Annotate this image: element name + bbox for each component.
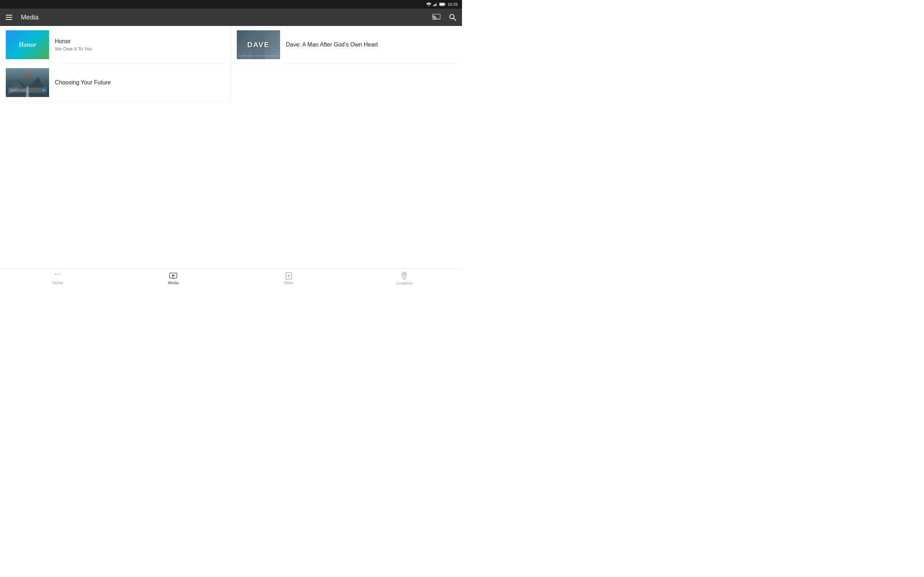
svg-rect-2 bbox=[434, 4, 435, 6]
svg-point-30 bbox=[404, 274, 405, 276]
honor-title: Honor bbox=[55, 38, 92, 45]
bible-icon bbox=[285, 272, 292, 279]
svg-rect-1 bbox=[433, 5, 434, 6]
main-content: Honor Honor We Owe It To You bbox=[0, 26, 462, 268]
cyf-thumbnail: choosing your future... bbox=[6, 68, 49, 97]
dave-text-block: Dave: A Man After God’s Own Heart bbox=[286, 42, 378, 48]
svg-rect-6 bbox=[445, 4, 446, 5]
svg-rect-4 bbox=[436, 3, 437, 6]
status-icons: 10:26 bbox=[426, 2, 458, 6]
svg-rect-3 bbox=[435, 3, 436, 6]
svg-point-16 bbox=[43, 89, 44, 90]
nav-item-media[interactable]: Media bbox=[115, 270, 231, 287]
signal-icon bbox=[433, 3, 438, 6]
left-column: Honor Honor We Owe It To You bbox=[0, 26, 231, 102]
dave-label: DAVE bbox=[247, 41, 270, 49]
svg-marker-15 bbox=[27, 75, 29, 77]
dave-title: Dave: A Man After God’s Own Heart bbox=[286, 42, 378, 48]
search-icon bbox=[449, 14, 456, 21]
svg-point-20 bbox=[55, 274, 56, 275]
honor-text-block: Honor We Owe It To You bbox=[55, 38, 92, 52]
wifi-icon bbox=[426, 3, 431, 6]
bible-label: Bible bbox=[284, 280, 293, 285]
cast-button[interactable] bbox=[431, 13, 442, 22]
home-label: Home bbox=[52, 280, 63, 285]
cyf-title: Choosing Your Future bbox=[55, 79, 111, 86]
locations-icon bbox=[401, 272, 407, 280]
app-bar-actions bbox=[431, 12, 458, 23]
battery-icon bbox=[439, 3, 446, 6]
status-time: 10:26 bbox=[447, 2, 458, 6]
nav-item-locations[interactable]: Locations bbox=[347, 270, 462, 287]
media-label: Media bbox=[168, 280, 179, 285]
status-bar: 10:26 bbox=[0, 0, 462, 9]
honor-subtitle: We Owe It To You bbox=[55, 46, 92, 52]
content-grid: Honor Honor We Owe It To You bbox=[0, 26, 462, 102]
app-bar-title: Media bbox=[21, 14, 39, 21]
cyf-search-btn bbox=[42, 89, 45, 92]
svg-line-9 bbox=[454, 18, 456, 21]
svg-line-17 bbox=[44, 90, 45, 91]
locations-label: Locations bbox=[396, 281, 412, 285]
right-column: DAVE A MAN AFTER GOD'S OWN HEART Dave: A… bbox=[231, 26, 462, 102]
svg-rect-7 bbox=[439, 3, 444, 5]
list-item[interactable]: DAVE A MAN AFTER GOD'S OWN HEART Dave: A… bbox=[231, 26, 462, 64]
cyf-search-overlay: choosing your future... bbox=[8, 88, 47, 93]
home-icon bbox=[54, 272, 62, 279]
menu-button[interactable] bbox=[6, 15, 12, 20]
nav-item-home[interactable]: Home bbox=[0, 270, 115, 287]
cyf-mountain-svg bbox=[6, 76, 49, 97]
dave-thumbnail: DAVE A MAN AFTER GOD'S OWN HEART bbox=[237, 30, 280, 59]
svg-marker-26 bbox=[172, 274, 175, 277]
cyf-pin-svg bbox=[27, 73, 30, 77]
dave-sublabel: A MAN AFTER GOD'S OWN HEART bbox=[237, 55, 280, 57]
svg-point-0 bbox=[428, 5, 430, 6]
honor-thumbnail-text: Honor bbox=[18, 41, 36, 49]
svg-point-21 bbox=[57, 274, 58, 275]
app-bar: Media bbox=[0, 9, 462, 26]
cast-icon bbox=[432, 14, 440, 21]
cyf-text-block: Choosing Your Future bbox=[55, 79, 111, 86]
list-item[interactable]: Honor Honor We Owe It To You bbox=[0, 26, 231, 64]
list-item[interactable]: choosing your future... Choosing Your Fu… bbox=[0, 64, 231, 102]
nav-item-bible[interactable]: Bible bbox=[231, 270, 347, 287]
search-button[interactable] bbox=[447, 12, 458, 23]
bottom-nav: Home Media Bible Locations bbox=[0, 268, 462, 288]
media-icon bbox=[169, 272, 177, 279]
honor-thumbnail: Honor bbox=[6, 30, 49, 59]
cyf-search-text: choosing your future... bbox=[10, 89, 27, 91]
svg-point-22 bbox=[60, 274, 61, 275]
